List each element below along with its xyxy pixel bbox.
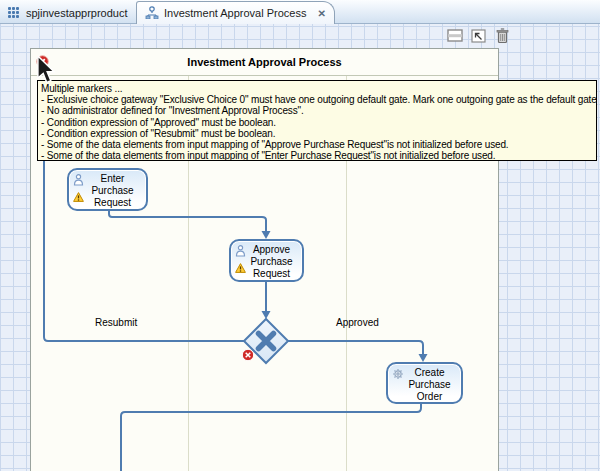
gateway-error-badge[interactable] bbox=[242, 349, 253, 360]
edge-approved bbox=[288, 341, 423, 355]
editor-tab-bar: spjinvestapprproduct Investment Approval… bbox=[0, 0, 600, 24]
diagram-mini-toolbar bbox=[446, 28, 511, 44]
navigate-up-left-button[interactable] bbox=[470, 28, 487, 44]
application-window: spjinvestapprproduct Investment Approval… bbox=[0, 0, 600, 471]
split-view-icon bbox=[447, 29, 463, 43]
delete-button[interactable] bbox=[494, 28, 511, 44]
task-label: Create Purchase Order bbox=[400, 367, 459, 403]
tab-label: Investment Approval Process bbox=[164, 7, 306, 19]
process-diagram-icon bbox=[145, 6, 159, 21]
edge-label-resubmit: Resubmit bbox=[95, 317, 137, 328]
arrow-up-left-icon bbox=[471, 29, 486, 43]
task-enter-purchase-request[interactable]: Enter Purchase Request bbox=[67, 168, 148, 211]
edge-create-out bbox=[121, 404, 421, 471]
marker-line: - No administrator defined for "Investme… bbox=[41, 105, 596, 116]
marker-line: - Some of the data elements from input m… bbox=[41, 139, 596, 150]
task-create-purchase-order[interactable]: Create Purchase Order bbox=[386, 362, 463, 404]
marker-line: - Some of the data elements from input m… bbox=[41, 150, 596, 161]
split-view-button[interactable] bbox=[446, 28, 463, 44]
tab-spjinvestapprproduct[interactable]: spjinvestapprproduct bbox=[0, 1, 136, 24]
process-error-badge[interactable] bbox=[36, 54, 49, 67]
trash-icon bbox=[496, 28, 509, 44]
edge-enter-to-approve bbox=[109, 211, 266, 232]
task-label: Approve Purchase Request bbox=[243, 244, 300, 280]
arrowhead bbox=[419, 354, 428, 362]
task-approve-purchase-request[interactable]: Approve Purchase Request bbox=[229, 239, 304, 282]
marker-line: - Condition expression of "Approved" mus… bbox=[41, 117, 596, 128]
tab-close-icon[interactable]: ✕ bbox=[315, 8, 327, 19]
edge-label-approved: Approved bbox=[336, 317, 379, 328]
tab-label: spjinvestapprproduct bbox=[26, 7, 128, 19]
tab-investment-approval-process[interactable]: Investment Approval Process ✕ bbox=[136, 1, 335, 24]
marker-line: - Exclusive choice gateway "Exclusive Ch… bbox=[41, 94, 596, 105]
data-catalog-grid-icon bbox=[8, 7, 21, 19]
marker-line: - Condition expression of "Resubmit" mus… bbox=[41, 128, 596, 139]
task-label: Enter Purchase Request bbox=[81, 173, 144, 209]
marker-line: Multiple markers ... bbox=[41, 83, 596, 94]
arrowhead bbox=[262, 231, 271, 239]
markers-tooltip: Multiple markers ... - Exclusive choice … bbox=[37, 80, 597, 161]
